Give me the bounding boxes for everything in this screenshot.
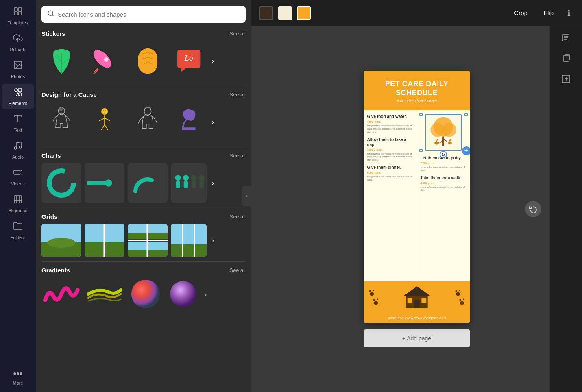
stickers-see-all[interactable]: See all [229, 30, 246, 37]
stickers-section: Stickers See all [36, 27, 251, 84]
photos-icon [13, 60, 23, 72]
sidebar-item-audio[interactable]: Audio [2, 137, 34, 163]
grid-single[interactable] [41, 224, 81, 257]
sel-handle-bl[interactable] [419, 149, 423, 152]
add-frame-btn[interactable] [560, 72, 573, 88]
sticker-orange[interactable] [128, 41, 168, 81]
sidebar-label-uploads: Uploads [10, 47, 26, 52]
svg-point-51 [183, 175, 189, 181]
grids-arrow[interactable]: › [210, 235, 216, 246]
svg-point-121 [463, 298, 464, 300]
audio-icon [13, 141, 23, 153]
grids-title: Grids [41, 213, 57, 220]
grid-2x1[interactable] [85, 224, 124, 257]
duplicate-btn[interactable] [560, 52, 573, 68]
gradient-purple-sphere[interactable] [167, 278, 199, 310]
svg-rect-8 [18, 89, 22, 92]
sidebar-label-videos: Videos [11, 181, 24, 186]
sidebar-item-photos[interactable]: Photos [2, 57, 34, 82]
add-page-button[interactable]: + Add page [364, 329, 470, 347]
sticker-chat[interactable]: Lo [171, 41, 207, 81]
grid-3col[interactable] [171, 224, 207, 257]
grid-2x2[interactable] [128, 224, 168, 257]
search-icon [47, 10, 54, 19]
search-input[interactable] [58, 11, 240, 18]
canvas-area: PET CARE DAILY SCHEDULE How to be a bett… [251, 26, 582, 392]
rotate-handle[interactable]: ↻ [440, 151, 447, 158]
design-cause-arrow[interactable]: › [210, 116, 216, 128]
doc-item-5-time: 6:00 p.m. [367, 171, 414, 174]
sticker-rocket[interactable] [85, 41, 124, 81]
folders-icon [13, 221, 23, 233]
background-icon [13, 194, 23, 207]
color-swatch-cream[interactable] [278, 6, 292, 20]
charts-row: › [41, 163, 246, 203]
sidebar-item-uploads[interactable]: Uploads [2, 30, 34, 55]
design-cause-item-3[interactable] [128, 102, 168, 142]
main-area: Crop Flip ℹ [251, 0, 582, 392]
svg-point-34 [59, 108, 63, 111]
chart-donut[interactable] [41, 163, 81, 203]
sidebar-item-videos[interactable]: Videos [2, 164, 34, 189]
design-cause-item-1[interactable] [41, 102, 81, 142]
svg-point-7 [15, 89, 18, 92]
chart-bar[interactable] [85, 163, 124, 203]
charts-see-all[interactable]: See all [229, 152, 246, 159]
sel-handle-tr[interactable] [464, 113, 468, 116]
svg-point-92 [442, 123, 456, 137]
design-cause-item-4[interactable] [171, 102, 207, 142]
sidebar-item-more[interactable]: ••• More [2, 365, 34, 389]
sidebar-item-templates[interactable]: Templates [2, 3, 34, 28]
doc-item-3-time: 10:00 a.m. [367, 148, 414, 152]
gradient-streaks[interactable] [85, 278, 124, 310]
doc-item-4-time: 4:00 p.m. [421, 181, 466, 185]
svg-point-13 [14, 147, 17, 149]
plus-handle[interactable]: + [462, 146, 470, 155]
copy-frame-btn[interactable] [560, 32, 573, 47]
svg-marker-108 [403, 286, 430, 296]
sidebar-label-folders: Folders [11, 235, 26, 240]
doc-item-3-title: Allow them to take a nap. [367, 137, 414, 147]
svg-rect-50 [176, 181, 180, 188]
svg-line-41 [101, 125, 105, 130]
tree-image-wrapper[interactable]: + ↻ [421, 114, 466, 151]
grids-see-all[interactable]: See all [229, 213, 246, 220]
svg-point-105 [373, 299, 375, 301]
color-swatch-orange[interactable] [297, 6, 311, 20]
svg-point-37 [105, 110, 106, 111]
sep4 [41, 261, 246, 262]
charts-arrow[interactable]: › [210, 177, 216, 189]
sidebar-label-templates: Templates [8, 20, 28, 25]
search-bar[interactable] [41, 6, 246, 23]
doc-item-3-text: Infographics are visual representations … [367, 152, 414, 162]
svg-line-42 [105, 125, 108, 130]
flip-button[interactable]: Flip [538, 7, 559, 19]
grids-section: Grids See all [36, 210, 251, 260]
chart-arc[interactable] [128, 163, 168, 203]
gradient-pink-squiggle[interactable] [41, 278, 81, 310]
sidebar-item-folders[interactable]: Folders [2, 218, 34, 243]
svg-rect-80 [195, 244, 207, 257]
sticker-leaf[interactable] [41, 41, 81, 81]
svg-point-53 [191, 175, 196, 181]
panel-collapse-btn[interactable]: ‹ [242, 186, 251, 206]
design-cause-see-all[interactable]: See all [229, 91, 246, 98]
more-icon: ••• [13, 368, 22, 379]
color-swatch-dark[interactable] [259, 6, 273, 20]
crop-button[interactable]: Crop [508, 7, 533, 19]
sel-handle-tl[interactable] [419, 113, 423, 116]
doc-page[interactable]: PET CARE DAILY SCHEDULE How to be a bett… [364, 71, 470, 323]
stickers-arrow[interactable]: › [210, 55, 216, 67]
sync-button[interactable] [525, 201, 541, 217]
videos-icon [13, 168, 23, 180]
chart-people[interactable] [171, 163, 207, 203]
doc-item-1-time: 7:00 a.m. [367, 120, 414, 124]
gradient-ball[interactable] [128, 278, 163, 310]
info-button[interactable]: ℹ [564, 7, 574, 20]
design-cause-item-2[interactable] [85, 102, 124, 142]
sidebar-item-text[interactable]: Text [2, 111, 34, 136]
sidebar-item-elements[interactable]: Elements [2, 84, 34, 109]
gradients-arrow[interactable]: › [203, 288, 208, 300]
sidebar-item-background[interactable]: Bkground [2, 191, 34, 216]
gradients-see-all[interactable]: See all [229, 267, 246, 273]
